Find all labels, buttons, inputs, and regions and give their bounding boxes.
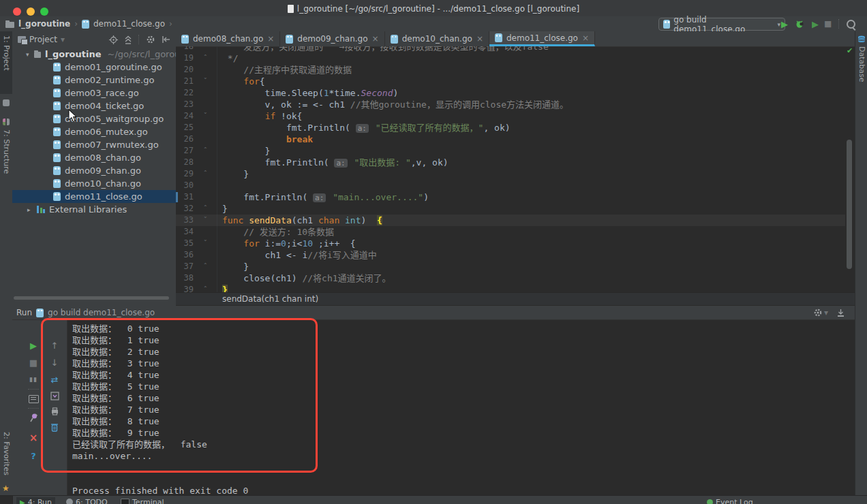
gear-icon[interactable] [146,35,155,44]
fold-icon[interactable]: ˇ [203,76,208,87]
code-line-32[interactable]: 32ˆ} [176,203,845,215]
code-text: if !ok{ [222,111,302,121]
code-line-38[interactable]: 38 close(ch1) //将ch1通道关闭了。 [176,272,845,284]
code-text: ch1 <- i//将i写入通道中 [222,250,377,260]
code-line-26[interactable]: 26 break [176,133,845,145]
project-view-selector[interactable]: Project [29,35,57,44]
dock-panel-icon[interactable] [836,309,845,317]
statusbar-event-log-button[interactable]: Event Log [703,497,757,504]
project-file-demo03_race.go[interactable]: demo03_race.go [12,86,176,99]
code-line-25[interactable]: 25 fmt.Println( a: "已经读取了所有的数据，", ok) [176,122,845,133]
project-file-demo07_rwmutex.go[interactable]: demo07_rwmutex.go [12,138,176,151]
rerun-button[interactable]: ▶ [27,339,40,351]
close-panel-icon[interactable]: × [27,432,40,444]
horizontal-scrollbar[interactable] [14,296,169,300]
external-libraries-row[interactable]: ▸ External Libraries [12,203,176,216]
go-file-icon [53,153,61,162]
code-line-33[interactable]: 33ˇfunc sendData(ch1 chan int) { [176,215,845,226]
fold-icon[interactable]: ˇ [203,215,208,226]
code-line-24[interactable]: 24ˇ if !ok{ [176,110,845,122]
go-file-icon [53,179,61,188]
debug-button[interactable] [795,19,805,29]
locate-file-icon[interactable] [109,35,118,44]
project-file-demo04_ticket.go[interactable]: demo04_ticket.go [12,99,176,112]
gear-icon[interactable] [813,308,823,317]
search-icon[interactable] [847,20,855,29]
code-line-29[interactable]: 29ˆ } [176,168,845,180]
fold-icon[interactable]: ˆ [203,284,208,292]
code-line-21[interactable]: 21ˇ for{ [176,76,845,87]
statusbar-run-button[interactable]: ▶ 4: Run [16,497,55,504]
fold-icon[interactable]: ˇ [203,110,208,122]
close-tab-icon[interactable]: × [267,34,274,44]
code-line-35[interactable]: 35ˇ for i:=0;i<10 ;i++ { [176,238,845,249]
project-file-demo10_chan.go[interactable]: demo10_chan.go [12,177,176,190]
run-button[interactable]: ▶ [781,20,788,29]
code-line-19[interactable]: 19ˆ */ [176,52,845,64]
project-file-demo02_runtime.go[interactable]: demo02_runtime.go [12,74,176,86]
code-line-36[interactable]: 36 ch1 <- i//将i写入通道中 [176,249,845,261]
go-file-icon [495,33,502,42]
show-console-icon[interactable] [27,393,40,405]
breadcrumb-project[interactable]: l_goroutine [18,19,70,29]
run-with-coverage-button[interactable]: ▶ [812,20,817,29]
fold-icon[interactable]: ˆ [203,203,208,215]
tab-demo11_close.go[interactable]: demo11_close.go× [489,31,595,46]
stop-button[interactable]: ■ [824,19,832,29]
project-file-demo05_waitgroup.go[interactable]: demo05_waitgroup.go [12,112,176,125]
tab-demo10_chan.go[interactable]: demo10_chan.go× [385,31,489,46]
code-line-37[interactable]: 37ˆ } [176,261,845,272]
code-line-39[interactable]: 39ˆ} [176,284,845,292]
close-tab-icon[interactable]: × [582,33,589,43]
tab-demo08_chan.go[interactable]: demo08_chan.go× [176,31,280,46]
code-line-31[interactable]: 31 fmt.Println( a: "main...over....") [176,191,845,203]
go-file-icon [53,89,61,97]
project-file-demo01_goroutine.go[interactable]: demo01_goroutine.go [12,61,176,74]
tool-button-structure[interactable]: 7: Structure [2,129,11,174]
project-file-demo11_close.go[interactable]: demo11_close.go [12,190,176,203]
code-line-34[interactable]: 34 // 发送方: 10条数据 [176,226,845,238]
tool-button-database[interactable]: Database [857,46,866,82]
collapse-arrow-icon[interactable]: ▾ [26,51,30,58]
pin-icon[interactable] [29,413,38,423]
project-file-demo08_chan.go[interactable]: demo08_chan.go [12,151,176,164]
code-line-18[interactable]: 18 发送方，关闭通道的 →接收方，接收到的数据是该类型的零值，以及false [176,46,845,52]
project-root-row[interactable]: ▾ l_goroutine ~/go/src/l_goroutine [12,48,176,61]
project-file-demo06_mutex.go[interactable]: demo06_mutex.go [12,125,176,138]
folder-icon [5,22,14,28]
tool-button-project[interactable]: 1: Project [0,31,12,94]
fold-icon[interactable]: ˆ [203,168,208,180]
expand-arrow-icon[interactable]: ▸ [27,206,33,213]
code-line-27[interactable]: 27ˆ } [176,145,845,157]
help-icon[interactable]: ? [27,450,40,462]
hide-panel-icon[interactable] [162,35,170,44]
tab-demo09_chan.go[interactable]: demo09_chan.go× [280,31,384,46]
collapse-all-icon[interactable] [124,35,132,44]
code-line-22[interactable]: 22 time.Sleep(1*time.Second) [176,87,845,99]
statusbar-todo-button[interactable]: 6: TODO [63,497,111,504]
stop-button[interactable]: ■ [27,356,40,368]
code-line-23[interactable]: 23 v, ok := <- ch1 //其他goroutine，显示的调用cl… [176,99,845,110]
fold-icon[interactable]: ˆ [203,52,208,64]
close-tab-icon[interactable]: × [476,34,483,44]
inspections-ok-icon[interactable]: ✔ [847,46,853,55]
close-tab-icon[interactable]: × [372,34,379,44]
fold-icon[interactable]: ˆ [203,261,208,272]
project-file-demo09_chan.go[interactable]: demo09_chan.go [12,164,176,177]
line-number: 19 [176,52,194,64]
tool-button-favorites[interactable]: 2: Favorites [2,432,11,475]
code-line-30[interactable]: 30 [176,180,845,191]
file-label: demo06_mutex.go [65,127,148,137]
code-line-28[interactable]: 28 fmt.Println( a: "取出数据: ",v, ok) [176,157,845,168]
breadcrumb-file[interactable]: demo11_close.go [93,19,165,29]
run-configuration-select[interactable]: go build demo11_close.go ▾ [658,18,785,31]
fold-icon[interactable]: ˇ [203,238,208,249]
code-line-20[interactable]: 20 //主程序中获取通道的数据 [176,64,845,76]
run-panel: Run go build demo11_close.go ▾ ▶ ■ ▮▮ × … [12,306,855,495]
code-text: fmt.Println( a: "取出数据: ",v, ok) [222,157,448,168]
fold-icon[interactable]: ˆ [203,145,208,157]
statusbar-terminal-button[interactable]: Terminal [117,497,168,504]
pause-output-button[interactable]: ▮▮ [27,373,40,385]
code-editor[interactable]: 18 发送方，关闭通道的 →接收方，接收到的数据是该类型的零值，以及false1… [176,46,845,292]
editor-scrollbar[interactable] [847,140,852,269]
